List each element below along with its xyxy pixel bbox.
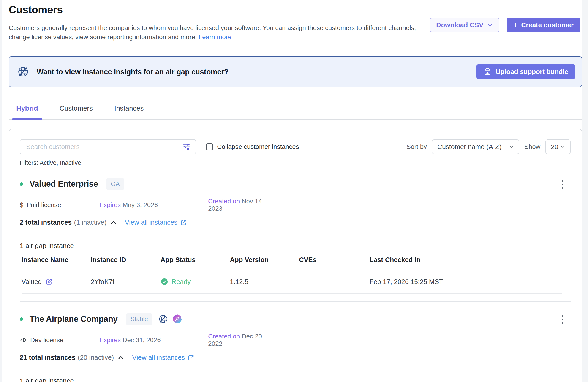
customer-meta: $ Paid license Expires May 3, 2026 Creat… [20,198,571,212]
expires-label: Expires [99,201,121,208]
collapse-instances-control: Collapse customer instances [206,143,299,150]
inactive-count-text: (20 inactive) [78,354,114,361]
expires-date: Dec 31, 2026 [123,337,161,343]
collapse-checkbox-label: Collapse customer instances [217,143,299,150]
instances-summary-row: 2 total instances (1 inactive) View all … [20,219,571,226]
view-all-instances-link[interactable]: View all instances [125,219,187,226]
tab-instances[interactable]: Instances [110,101,147,119]
customer-card-airplane-company: The Airplane Company Stable [20,313,571,382]
instance-table: Instance Name Instance ID App Status App… [21,256,562,294]
plus-icon: + [514,21,518,29]
page-description: Customers generally represent the compan… [9,23,416,42]
expires-date: May 3, 2026 [123,201,158,208]
sort-select[interactable]: Customer name (A-Z) [432,139,519,154]
kebab-menu-button[interactable] [560,179,565,190]
sort-by-label: Sort by [406,143,427,150]
chevron-down-icon [509,144,514,149]
banner-title: Want to view instance insights for an ai… [37,67,229,76]
expires-info: Expires May 3, 2026 [99,201,208,209]
status-dot [20,182,23,186]
chevron-down-icon [487,22,493,28]
list-controls: Collapse customer instances Sort by Cust… [20,139,571,154]
status-dot [20,318,23,321]
created-label: Created on [208,333,240,340]
customer-separator [20,301,571,302]
page-title: Customers [9,4,588,16]
page-left-gutter [0,0,2,382]
edit-icon[interactable] [45,278,53,286]
customer-card-valued-enterprise: Valued Enterprise GA $ Paid license Expi… [20,177,571,302]
total-instances-text: 21 total instances [20,354,75,361]
air-gap-heading: 1 air gap instance [20,377,571,382]
airgap-globe-icon [17,66,29,77]
learn-more-link[interactable]: Learn more [199,33,231,41]
upload-support-bundle-button[interactable]: Upload support bundle [477,64,575,79]
app-status-text: Ready [171,278,191,286]
view-all-label: View all instances [125,219,177,226]
customers-panel: Collapse customer instances Sort by Cust… [9,129,582,382]
instances-summary-row: 21 total instances (20 inactive) View al… [20,354,571,361]
col-instance-name: Instance Name [21,256,91,270]
kubernetes-icon [172,314,182,324]
view-all-instances-link[interactable]: View all instances [132,354,194,361]
sort-area: Sort by Customer name (A-Z) Show 20 [406,139,571,154]
app-version: 1.12.5 [230,278,299,286]
search-input[interactable] [20,139,196,154]
divider [20,231,565,231]
customer-header: The Airplane Company Stable [20,313,571,325]
external-link-icon [188,354,194,361]
tab-customers[interactable]: Customers [56,101,97,119]
show-label: Show [524,143,540,150]
customer-meta: Dev license Expires Dec 31, 2026 Created… [20,333,571,347]
download-csv-label: Download CSV [436,21,483,29]
tab-bar: Hybrid Customers Instances [9,101,582,120]
chevron-up-icon[interactable] [117,354,124,361]
page-header: Customers Customers generally represent … [0,0,588,42]
chevron-down-icon [560,144,566,149]
kebab-menu-button[interactable] [560,314,565,325]
col-app-version: App Version [230,256,299,270]
filter-sliders-icon[interactable] [182,143,191,151]
created-info: Created on Dec 20, 2022 [208,333,273,347]
license-type-label: Paid license [27,201,61,209]
instance-name: Valued [21,278,42,286]
create-customer-label: Create customer [521,21,574,29]
created-label: Created on [208,198,240,205]
create-customer-button[interactable]: + Create customer [507,18,580,32]
col-cves: CVEs [299,256,370,270]
customer-type-icons [158,314,182,324]
instance-table-header: Instance Name Instance ID App Status App… [21,256,562,270]
tab-hybrid[interactable]: Hybrid [12,101,42,119]
active-filters-text: Filters: Active, Inactive [20,159,571,167]
show-select[interactable]: 20 [546,139,571,154]
channel-badge: GA [106,178,124,190]
channel-badge: Stable [126,313,153,325]
col-last-checked-in: Last Checked In [370,256,562,270]
col-app-status: App Status [161,256,230,270]
download-csv-button[interactable]: Download CSV [430,18,499,32]
chevron-up-icon[interactable] [110,219,117,226]
check-circle-icon [161,278,168,286]
created-info: Created on Nov 14, 2023 [208,198,273,212]
license-info: Dev license [20,337,99,344]
expires-label: Expires [99,337,121,343]
scrollbar-track[interactable] [582,0,588,382]
airgap-globe-icon [158,314,168,324]
search-wrap [20,139,196,154]
show-select-value: 20 [551,143,558,151]
inactive-count-text: (1 inactive) [74,219,106,226]
total-instances-text: 2 total instances [20,219,72,226]
last-checked-in: Feb 17, 2026 15:25 MST [370,278,562,286]
view-all-label: View all instances [132,354,185,361]
collapse-checkbox[interactable] [206,143,213,150]
customer-name[interactable]: The Airplane Company [30,314,118,324]
customer-header: Valued Enterprise GA [20,177,571,190]
customer-name[interactable]: Valued Enterprise [30,179,98,189]
sort-select-value: Customer name (A-Z) [437,143,502,151]
dollar-icon: $ [20,201,23,209]
instance-name-cell: Valued [21,278,91,286]
app-status-cell: Ready [161,278,230,286]
license-info: $ Paid license [20,201,99,209]
cves-value: - [299,278,370,286]
expires-info: Expires Dec 31, 2026 [99,337,208,344]
